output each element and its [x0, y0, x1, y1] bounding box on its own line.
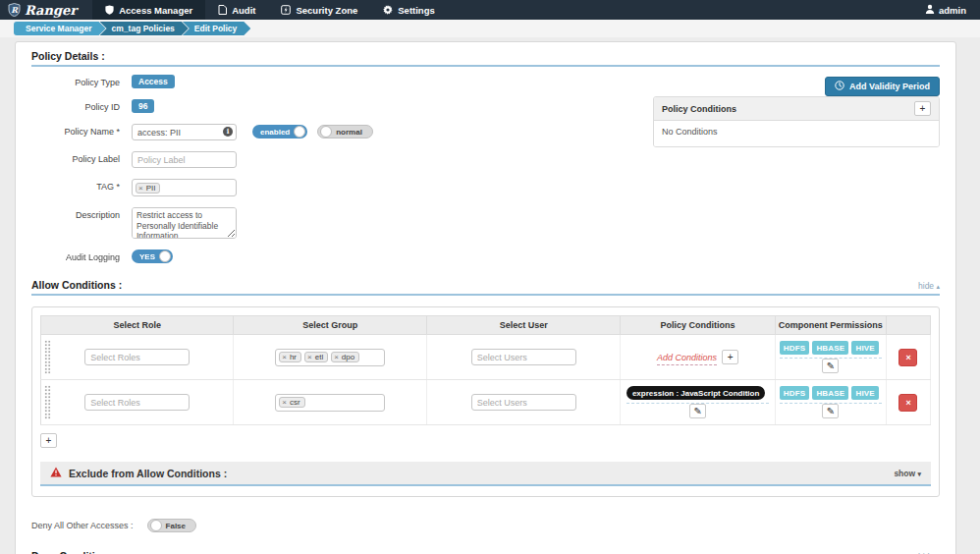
- expression-condition-badge: expression : JavaScript Condition: [626, 386, 765, 400]
- policy-name-input[interactable]: [132, 124, 237, 140]
- section-title: Allow Conditions :: [31, 279, 122, 291]
- ranger-logo[interactable]: R Ranger: [8, 0, 77, 20]
- edit-policy-panel: Policy Details : Add Validity Period Pol…: [15, 41, 956, 554]
- group-chip: ×etl: [304, 352, 328, 362]
- policy-details-header: Policy Details :: [31, 50, 940, 67]
- policy-details-form: Add Validity Period Policy Conditions + …: [31, 67, 940, 263]
- caret-up-icon: ▴: [936, 283, 940, 290]
- allow-conditions-table: Select Role Select Group Select User Pol…: [40, 315, 931, 425]
- add-conditions-button[interactable]: +: [722, 350, 738, 364]
- group-chip: ×hr: [279, 352, 301, 362]
- tag-label: TAG *: [31, 179, 120, 192]
- allow-conditions-table-panel: Select Role Select Group Select User Pol…: [31, 306, 940, 497]
- tag-chip: × PII: [136, 183, 160, 194]
- policy-label-row: Policy Label: [31, 151, 940, 168]
- deny-conditions-header: Deny Conditions : hide ▴: [31, 550, 940, 554]
- nav-audit[interactable]: Audit: [205, 0, 268, 20]
- policy-type-badge: Access: [132, 75, 175, 88]
- nav-access-manager[interactable]: Access Manager: [92, 0, 205, 20]
- permission-badge: HBASE: [812, 386, 848, 400]
- remove-tag-icon[interactable]: ×: [334, 353, 339, 361]
- normal-override-toggle[interactable]: normal: [317, 125, 373, 138]
- drag-handle-icon[interactable]: [44, 340, 51, 374]
- allow-row-1: ×hr ×etl ×dpo Add Conditions+ HDFS HBASE…: [41, 335, 931, 380]
- select-group-input[interactable]: ×csr: [275, 394, 385, 412]
- tag-row: TAG * × PII: [31, 179, 940, 196]
- nav-settings[interactable]: Settings: [370, 0, 447, 20]
- breadcrumb-edit-policy[interactable]: Edit Policy: [183, 22, 250, 35]
- permission-badge: HDFS: [780, 386, 810, 400]
- remove-tag-icon[interactable]: ×: [282, 353, 287, 361]
- shield-icon: [105, 5, 114, 15]
- document-icon: [218, 5, 227, 15]
- clock-icon: [835, 81, 844, 92]
- remove-tag-icon[interactable]: ×: [307, 353, 312, 361]
- brand-name: Ranger: [25, 3, 77, 18]
- policy-conditions-empty-text: No Conditions: [654, 121, 939, 146]
- select-users-input[interactable]: [471, 349, 576, 365]
- edit-permissions-button[interactable]: ✎: [822, 359, 839, 373]
- user-menu[interactable]: admin: [911, 0, 980, 20]
- col-component-permissions: Component Permissions: [775, 316, 886, 335]
- info-icon: i: [223, 127, 233, 137]
- breadcrumb-service-manager[interactable]: Service Manager: [14, 22, 106, 35]
- exclude-collapse-link[interactable]: show ▾: [894, 469, 921, 478]
- policy-id-label: Policy ID: [31, 99, 120, 112]
- section-title: Deny Conditions :: [31, 550, 120, 554]
- top-navbar: R Ranger Access Manager Audit Security Z…: [0, 0, 980, 20]
- audit-logging-label: Audit Logging: [31, 249, 120, 262]
- col-policy-conditions: Policy Conditions: [621, 316, 775, 335]
- gear-icon: [383, 5, 393, 15]
- remove-tag-icon[interactable]: ×: [138, 184, 143, 193]
- select-users-input[interactable]: [471, 394, 576, 411]
- breadcrumb-cm-tag-policies[interactable]: cm_tag Policies: [100, 22, 189, 35]
- audit-logging-row: Audit Logging YES: [31, 249, 940, 263]
- description-label: Description: [31, 207, 120, 220]
- section-title: Policy Details :: [31, 50, 105, 62]
- add-policy-condition-button[interactable]: +: [914, 101, 931, 116]
- drag-handle-icon[interactable]: [44, 385, 51, 419]
- allow-row-2: ×csr expression : JavaScript Condition ✎…: [41, 380, 931, 425]
- policy-type-label: Policy Type: [31, 75, 120, 87]
- breadcrumb: Service Manager cm_tag Policies Edit Pol…: [0, 20, 980, 37]
- permission-badge: HIVE: [851, 386, 878, 400]
- policy-id-badge: 96: [132, 99, 154, 113]
- remove-tag-icon[interactable]: ×: [282, 398, 287, 407]
- exclude-from-allow-bar[interactable]: Exclude from Allow Conditions : show ▾: [40, 462, 931, 486]
- delete-row-button[interactable]: ×: [898, 394, 917, 412]
- edit-conditions-button[interactable]: ✎: [689, 404, 706, 418]
- select-roles-input[interactable]: [84, 349, 190, 365]
- add-conditions-link[interactable]: Add Conditions: [657, 353, 717, 365]
- col-select-user: Select User: [427, 316, 621, 335]
- policy-label-input[interactable]: [132, 151, 237, 168]
- description-row: Description Restrict access to Personall…: [31, 207, 940, 239]
- allow-conditions-collapse-link[interactable]: hide ▴: [918, 281, 940, 291]
- caret-down-icon: ▾: [917, 471, 921, 477]
- col-select-group: Select Group: [234, 316, 427, 335]
- tag-input[interactable]: × PII: [132, 179, 237, 196]
- policy-label-label: Policy Label: [31, 151, 120, 164]
- policy-details-right-column: Add Validity Period Policy Conditions + …: [653, 77, 940, 147]
- exclude-title: Exclude from Allow Conditions :: [69, 468, 227, 479]
- select-group-input[interactable]: ×hr ×etl ×dpo: [275, 349, 385, 366]
- enabled-toggle[interactable]: enabled: [252, 125, 307, 138]
- deny-all-toggle[interactable]: False: [147, 519, 196, 532]
- add-validity-period-button[interactable]: Add Validity Period: [825, 77, 940, 96]
- deny-all-label: Deny All Other Accesses :: [31, 521, 134, 530]
- description-textarea[interactable]: Restrict access to Personally Identifiab…: [132, 207, 237, 239]
- edit-permissions-button[interactable]: ✎: [822, 404, 839, 418]
- toggle-knob: [320, 126, 332, 138]
- user-icon: [925, 4, 935, 16]
- allow-conditions-header: Allow Conditions : hide ▴: [31, 279, 940, 296]
- add-allow-row-button[interactable]: +: [40, 433, 57, 448]
- permission-badge: HDFS: [780, 341, 810, 355]
- delete-row-button[interactable]: ×: [898, 349, 917, 366]
- policy-conditions-panel-header: Policy Conditions +: [654, 97, 939, 121]
- col-actions: [886, 316, 930, 335]
- ranger-shield-icon: R: [8, 3, 21, 17]
- deny-all-other-row: Deny All Other Accesses : False: [31, 519, 940, 532]
- audit-logging-toggle[interactable]: YES: [132, 249, 173, 263]
- nav-security-zone[interactable]: Security Zone: [268, 0, 370, 20]
- select-roles-input[interactable]: [84, 394, 190, 411]
- security-zone-icon: [281, 5, 291, 15]
